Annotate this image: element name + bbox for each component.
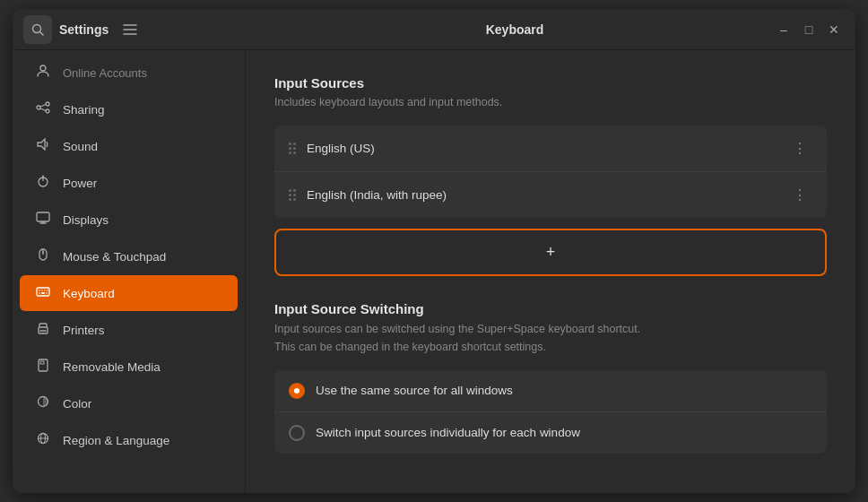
svg-point-7 xyxy=(46,102,49,106)
sidebar-item-label: Sharing xyxy=(63,103,105,117)
region-icon xyxy=(34,431,52,449)
power-icon xyxy=(34,174,52,192)
svg-point-8 xyxy=(46,109,49,113)
switching-radio-group: Use the same source for all windows Swit… xyxy=(274,370,827,454)
sidebar-item-power[interactable]: Power xyxy=(20,165,238,201)
printers-icon xyxy=(34,321,52,339)
svg-line-10 xyxy=(40,108,46,111)
drag-handle-english-india[interactable] xyxy=(289,189,296,201)
drag-dot xyxy=(289,194,291,196)
drag-dot xyxy=(293,143,296,145)
source-name-english-us: English (US) xyxy=(307,142,777,155)
drag-dot xyxy=(293,198,296,201)
sidebar-item-label: Printers xyxy=(63,324,105,337)
main-content: Input Sources Includes keyboard layouts … xyxy=(246,50,855,493)
source-item-english-us: English (US) ⋮ xyxy=(274,126,827,172)
source-item-english-india: English (India, with rupee) ⋮ xyxy=(274,172,827,218)
settings-label: Settings xyxy=(59,22,108,37)
switching-title: Input Source Switching xyxy=(274,301,827,316)
switching-description: Input sources can be switched using the … xyxy=(274,320,827,356)
drag-dot xyxy=(289,147,291,150)
sidebar-item-label: Color xyxy=(63,397,91,411)
titlebar-controls: – □ ✕ xyxy=(773,17,845,42)
svg-rect-14 xyxy=(37,212,49,221)
menu-button[interactable] xyxy=(116,15,144,44)
svg-rect-31 xyxy=(40,361,44,364)
settings-window: Settings Keyboard – □ ✕ xyxy=(13,9,855,493)
radio-label-individual-source: Switch input sources individually for ea… xyxy=(316,426,580,439)
input-sources-description: Includes keyboard layouts and input meth… xyxy=(274,94,827,111)
source-name-english-india: English (India, with rupee) xyxy=(307,188,777,202)
sidebar-item-displays[interactable]: Displays xyxy=(20,202,238,238)
sidebar-item-label: Mouse & Touchpad xyxy=(63,250,166,264)
sidebar: Online Accounts Sharing xyxy=(13,50,246,493)
svg-rect-20 xyxy=(37,288,49,296)
input-source-switching-section: Input Source Switching Input sources can… xyxy=(274,301,827,454)
svg-point-5 xyxy=(40,65,46,71)
minimize-button[interactable]: – xyxy=(773,17,794,42)
sharing-icon xyxy=(34,100,52,118)
sidebar-item-removable-media[interactable]: Removable Media xyxy=(20,349,238,385)
radio-label-same-source: Use the same source for all windows xyxy=(316,384,513,397)
drag-dot xyxy=(293,151,296,154)
window-title: Keyboard xyxy=(256,22,773,37)
radio-individual-source[interactable]: Switch input sources individually for ea… xyxy=(274,412,827,454)
removable-media-icon xyxy=(34,358,52,376)
sound-icon xyxy=(34,137,52,155)
radio-circle-same-source xyxy=(289,383,305,399)
sidebar-item-sound[interactable]: Sound xyxy=(20,128,238,164)
svg-point-19 xyxy=(42,252,44,254)
svg-point-6 xyxy=(37,106,40,109)
sidebar-item-region[interactable]: Region & Language xyxy=(20,422,238,458)
add-input-source-button[interactable]: + xyxy=(274,229,827,276)
sidebar-item-label: Power xyxy=(63,177,97,190)
input-sources-section: Input Sources Includes keyboard layouts … xyxy=(274,75,827,276)
drag-dot xyxy=(289,189,291,192)
drag-dot xyxy=(293,147,296,150)
keyboard-icon xyxy=(34,284,52,302)
drag-dot xyxy=(293,194,296,196)
sidebar-item-label: Region & Language xyxy=(63,434,169,447)
sidebar-item-label: Removable Media xyxy=(63,360,161,374)
online-accounts-icon xyxy=(34,64,52,82)
drag-handle-english-us[interactable] xyxy=(289,143,296,154)
svg-marker-11 xyxy=(38,139,45,150)
sidebar-item-label: Displays xyxy=(63,213,108,227)
sidebar-item-sharing[interactable]: Sharing xyxy=(20,91,238,127)
sidebar-item-mouse[interactable]: Mouse & Touchpad xyxy=(20,238,238,274)
drag-dot xyxy=(293,189,296,192)
radio-circle-individual-source xyxy=(289,425,305,441)
sidebar-item-online-accounts[interactable]: Online Accounts xyxy=(20,55,238,91)
sidebar-item-color[interactable]: Color xyxy=(20,385,238,421)
titlebar-left: Settings xyxy=(23,15,256,44)
radio-same-source[interactable]: Use the same source for all windows xyxy=(274,370,827,412)
displays-icon xyxy=(34,211,52,229)
svg-line-1 xyxy=(40,31,44,35)
sidebar-item-printers[interactable]: Printers xyxy=(20,312,238,348)
drag-dot xyxy=(289,198,291,201)
maximize-button[interactable]: □ xyxy=(798,17,820,42)
drag-dot xyxy=(289,151,291,154)
content-area: Online Accounts Sharing xyxy=(13,50,855,493)
input-sources-title: Input Sources xyxy=(274,75,827,91)
more-options-english-us[interactable]: ⋮ xyxy=(787,138,812,159)
titlebar: Settings Keyboard – □ ✕ xyxy=(13,9,855,50)
sidebar-item-keyboard[interactable]: Keyboard xyxy=(20,275,238,311)
color-icon xyxy=(34,394,52,412)
sidebar-item-label: Keyboard xyxy=(63,287,115,300)
search-button[interactable] xyxy=(23,15,52,44)
drag-dot xyxy=(289,143,291,145)
more-options-english-india[interactable]: ⋮ xyxy=(787,185,812,205)
mouse-icon xyxy=(34,247,52,265)
sidebar-item-label: Online Accounts xyxy=(63,66,147,80)
svg-line-9 xyxy=(40,105,46,108)
input-sources-list: English (US) ⋮ xyxy=(274,126,827,218)
sidebar-item-label: Sound xyxy=(63,140,98,153)
close-button[interactable]: ✕ xyxy=(823,17,845,42)
